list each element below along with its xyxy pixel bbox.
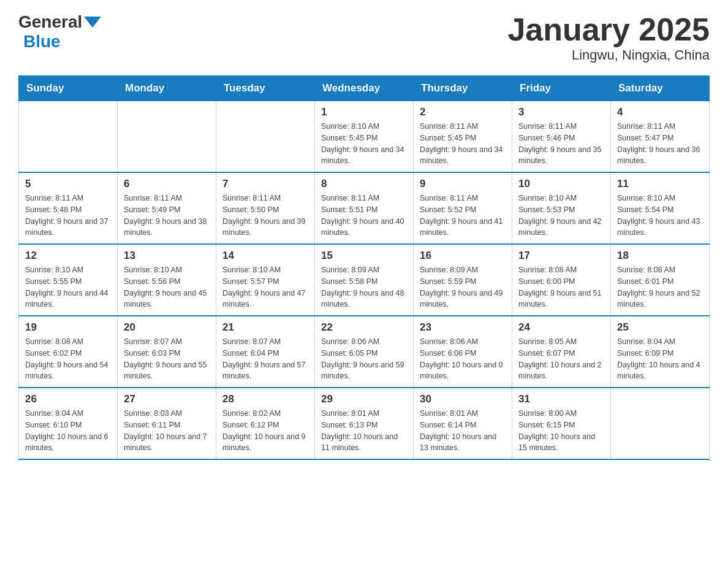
day-number: 19 bbox=[25, 321, 111, 334]
day-info: Sunrise: 8:11 AM Sunset: 5:45 PM Dayligh… bbox=[420, 121, 506, 167]
day-number: 12 bbox=[25, 250, 111, 262]
day-number: 18 bbox=[617, 250, 703, 262]
calendar-cell: 13Sunrise: 8:10 AM Sunset: 5:56 PM Dayli… bbox=[118, 244, 216, 316]
day-number: 29 bbox=[321, 393, 407, 405]
calendar-body: 1Sunrise: 8:10 AM Sunset: 5:45 PM Daylig… bbox=[19, 101, 710, 460]
day-number: 1 bbox=[321, 106, 407, 118]
calendar-cell bbox=[19, 101, 118, 173]
day-number: 5 bbox=[25, 178, 111, 190]
day-info: Sunrise: 8:08 AM Sunset: 6:00 PM Dayligh… bbox=[518, 264, 604, 310]
day-info: Sunrise: 8:08 AM Sunset: 6:02 PM Dayligh… bbox=[25, 336, 111, 382]
day-number: 9 bbox=[420, 178, 506, 190]
calendar-header: SundayMondayTuesdayWednesdayThursdayFrid… bbox=[19, 76, 710, 101]
logo-triangle-icon bbox=[84, 17, 101, 28]
weekday-header-thursday: Thursday bbox=[414, 76, 512, 101]
day-info: Sunrise: 8:10 AM Sunset: 5:45 PM Dayligh… bbox=[321, 121, 407, 167]
day-number: 8 bbox=[321, 178, 407, 190]
calendar-cell: 14Sunrise: 8:10 AM Sunset: 5:57 PM Dayli… bbox=[216, 244, 315, 316]
day-info: Sunrise: 8:02 AM Sunset: 6:12 PM Dayligh… bbox=[222, 408, 308, 454]
day-info: Sunrise: 8:11 AM Sunset: 5:47 PM Dayligh… bbox=[617, 121, 703, 167]
day-info: Sunrise: 8:11 AM Sunset: 5:50 PM Dayligh… bbox=[222, 193, 308, 239]
calendar-cell: 15Sunrise: 8:09 AM Sunset: 5:58 PM Dayli… bbox=[315, 244, 414, 316]
title-block: January 2025 Lingwu, Ningxia, China bbox=[507, 12, 710, 63]
calendar-cell: 12Sunrise: 8:10 AM Sunset: 5:55 PM Dayli… bbox=[19, 244, 118, 316]
day-number: 22 bbox=[321, 321, 407, 334]
calendar-cell: 25Sunrise: 8:04 AM Sunset: 6:09 PM Dayli… bbox=[611, 316, 710, 388]
day-number: 25 bbox=[617, 321, 703, 334]
calendar-cell: 19Sunrise: 8:08 AM Sunset: 6:02 PM Dayli… bbox=[19, 316, 118, 388]
calendar-week-row: 26Sunrise: 8:04 AM Sunset: 6:10 PM Dayli… bbox=[19, 388, 710, 459]
day-info: Sunrise: 8:05 AM Sunset: 6:07 PM Dayligh… bbox=[518, 336, 604, 382]
day-number: 6 bbox=[124, 178, 210, 190]
day-info: Sunrise: 8:09 AM Sunset: 5:58 PM Dayligh… bbox=[321, 264, 407, 310]
calendar-week-row: 5Sunrise: 8:11 AM Sunset: 5:48 PM Daylig… bbox=[19, 172, 710, 244]
day-number: 30 bbox=[420, 393, 506, 405]
day-number: 17 bbox=[518, 250, 604, 262]
day-number: 13 bbox=[124, 250, 210, 262]
calendar-cell bbox=[611, 388, 710, 459]
calendar-table: SundayMondayTuesdayWednesdayThursdayFrid… bbox=[18, 75, 710, 460]
day-number: 23 bbox=[420, 321, 506, 334]
weekday-header-monday: Monday bbox=[118, 76, 216, 101]
day-number: 10 bbox=[518, 178, 604, 190]
day-info: Sunrise: 8:10 AM Sunset: 5:53 PM Dayligh… bbox=[518, 193, 604, 239]
calendar-cell: 1Sunrise: 8:10 AM Sunset: 5:45 PM Daylig… bbox=[315, 101, 414, 173]
day-number: 27 bbox=[124, 393, 210, 405]
calendar-cell: 24Sunrise: 8:05 AM Sunset: 6:07 PM Dayli… bbox=[512, 316, 611, 388]
day-info: Sunrise: 8:10 AM Sunset: 5:55 PM Dayligh… bbox=[25, 264, 111, 310]
day-number: 15 bbox=[321, 250, 407, 262]
day-info: Sunrise: 8:03 AM Sunset: 6:11 PM Dayligh… bbox=[124, 408, 210, 454]
calendar-cell bbox=[216, 101, 315, 173]
calendar-cell: 18Sunrise: 8:08 AM Sunset: 6:01 PM Dayli… bbox=[611, 244, 710, 316]
logo: General Blue bbox=[18, 12, 103, 52]
day-number: 11 bbox=[617, 178, 703, 190]
calendar-cell: 27Sunrise: 8:03 AM Sunset: 6:11 PM Dayli… bbox=[118, 388, 216, 459]
day-number: 2 bbox=[420, 106, 506, 118]
calendar-cell: 9Sunrise: 8:11 AM Sunset: 5:52 PM Daylig… bbox=[414, 172, 512, 244]
day-info: Sunrise: 8:04 AM Sunset: 6:09 PM Dayligh… bbox=[617, 336, 703, 382]
calendar-cell: 6Sunrise: 8:11 AM Sunset: 5:49 PM Daylig… bbox=[118, 172, 216, 244]
day-number: 3 bbox=[518, 106, 604, 118]
calendar-cell: 17Sunrise: 8:08 AM Sunset: 6:00 PM Dayli… bbox=[512, 244, 611, 316]
day-number: 31 bbox=[518, 393, 604, 405]
calendar-cell: 23Sunrise: 8:06 AM Sunset: 6:06 PM Dayli… bbox=[414, 316, 512, 388]
calendar-week-row: 19Sunrise: 8:08 AM Sunset: 6:02 PM Dayli… bbox=[19, 316, 710, 388]
calendar-cell: 2Sunrise: 8:11 AM Sunset: 5:45 PM Daylig… bbox=[414, 101, 512, 173]
day-info: Sunrise: 8:11 AM Sunset: 5:49 PM Dayligh… bbox=[124, 193, 210, 239]
day-number: 16 bbox=[420, 250, 506, 262]
calendar-week-row: 1Sunrise: 8:10 AM Sunset: 5:45 PM Daylig… bbox=[19, 101, 710, 173]
day-info: Sunrise: 8:07 AM Sunset: 6:03 PM Dayligh… bbox=[124, 336, 210, 382]
day-number: 4 bbox=[617, 106, 703, 118]
day-info: Sunrise: 8:08 AM Sunset: 6:01 PM Dayligh… bbox=[617, 264, 703, 310]
weekday-header-saturday: Saturday bbox=[611, 76, 710, 101]
day-info: Sunrise: 8:01 AM Sunset: 6:14 PM Dayligh… bbox=[420, 408, 506, 454]
calendar-cell: 26Sunrise: 8:04 AM Sunset: 6:10 PM Dayli… bbox=[19, 388, 118, 459]
weekday-header-wednesday: Wednesday bbox=[315, 76, 414, 101]
day-info: Sunrise: 8:11 AM Sunset: 5:51 PM Dayligh… bbox=[321, 193, 407, 239]
calendar-cell: 31Sunrise: 8:00 AM Sunset: 6:15 PM Dayli… bbox=[512, 388, 611, 459]
calendar-cell: 4Sunrise: 8:11 AM Sunset: 5:47 PM Daylig… bbox=[611, 101, 710, 173]
day-number: 21 bbox=[222, 321, 308, 334]
page-header: General Blue January 2025 Lingwu, Ningxi… bbox=[18, 12, 710, 63]
calendar-cell: 29Sunrise: 8:01 AM Sunset: 6:13 PM Dayli… bbox=[315, 388, 414, 459]
day-info: Sunrise: 8:01 AM Sunset: 6:13 PM Dayligh… bbox=[321, 408, 407, 454]
page-title: January 2025 bbox=[507, 12, 710, 47]
weekday-header-friday: Friday bbox=[512, 76, 611, 101]
calendar-cell: 16Sunrise: 8:09 AM Sunset: 5:59 PM Dayli… bbox=[414, 244, 512, 316]
calendar-cell: 3Sunrise: 8:11 AM Sunset: 5:46 PM Daylig… bbox=[512, 101, 611, 173]
weekday-header-tuesday: Tuesday bbox=[216, 76, 315, 101]
calendar-week-row: 12Sunrise: 8:10 AM Sunset: 5:55 PM Dayli… bbox=[19, 244, 710, 316]
day-number: 20 bbox=[124, 321, 210, 334]
calendar-cell: 7Sunrise: 8:11 AM Sunset: 5:50 PM Daylig… bbox=[216, 172, 315, 244]
day-info: Sunrise: 8:04 AM Sunset: 6:10 PM Dayligh… bbox=[25, 408, 111, 454]
day-info: Sunrise: 8:06 AM Sunset: 6:06 PM Dayligh… bbox=[420, 336, 506, 382]
calendar-cell bbox=[118, 101, 216, 173]
page-subtitle: Lingwu, Ningxia, China bbox=[507, 47, 710, 63]
day-info: Sunrise: 8:07 AM Sunset: 6:04 PM Dayligh… bbox=[222, 336, 308, 382]
calendar-cell: 28Sunrise: 8:02 AM Sunset: 6:12 PM Dayli… bbox=[216, 388, 315, 459]
logo-general-text: General bbox=[18, 12, 82, 32]
logo-blue-text: Blue bbox=[23, 32, 61, 51]
weekday-header-sunday: Sunday bbox=[19, 76, 118, 101]
day-info: Sunrise: 8:11 AM Sunset: 5:48 PM Dayligh… bbox=[25, 193, 111, 239]
weekday-header-row: SundayMondayTuesdayWednesdayThursdayFrid… bbox=[19, 76, 710, 101]
